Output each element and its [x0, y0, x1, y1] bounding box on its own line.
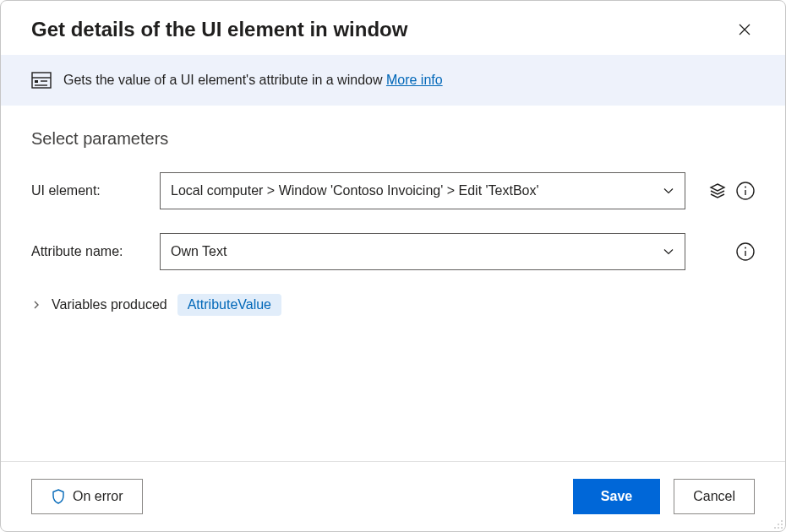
info-bar: Gets the value of a UI element's attribu… — [1, 55, 785, 106]
svg-point-16 — [781, 524, 783, 525]
layers-icon[interactable] — [709, 182, 726, 199]
svg-point-19 — [781, 527, 783, 529]
ui-element-value: Local computer > Window 'Contoso Invoici… — [171, 183, 539, 198]
more-info-link[interactable]: More info — [386, 73, 443, 87]
info-icon[interactable] — [736, 182, 755, 200]
close-icon — [738, 23, 751, 36]
attribute-name-dropdown[interactable]: Own Text — [160, 233, 685, 270]
dialog-header: Get details of the UI element in window — [1, 1, 785, 55]
chevron-down-icon — [663, 185, 674, 197]
close-button[interactable] — [734, 19, 755, 40]
attribute-name-value: Own Text — [171, 244, 227, 259]
ui-element-row: UI element: Local computer > Window 'Con… — [31, 172, 755, 209]
dialog-window: Get details of the UI element in window … — [0, 0, 786, 532]
ui-element-actions — [704, 182, 755, 200]
attribute-name-label: Attribute name: — [31, 244, 150, 259]
ui-element-dropdown[interactable]: Local computer > Window 'Contoso Invoici… — [160, 172, 685, 209]
chevron-down-icon — [663, 246, 674, 258]
chevron-right-icon[interactable] — [31, 300, 41, 310]
info-icon[interactable] — [736, 242, 755, 261]
svg-point-9 — [745, 187, 746, 188]
footer-actions: Save Cancel — [573, 479, 755, 514]
save-button[interactable]: Save — [573, 479, 660, 514]
info-description: Gets the value of a UI element's attribu… — [63, 73, 386, 87]
info-text: Gets the value of a UI element's attribu… — [63, 73, 443, 88]
svg-point-17 — [774, 527, 776, 529]
attribute-name-actions — [704, 242, 755, 261]
parameters-section: Select parameters UI element: Local comp… — [1, 106, 785, 461]
variables-produced-row: Variables produced AttributeValue — [31, 294, 755, 316]
cancel-button[interactable]: Cancel — [674, 479, 755, 514]
dialog-footer: On error Save Cancel — [1, 461, 785, 531]
svg-point-18 — [778, 527, 779, 529]
variables-produced-label: Variables produced — [52, 297, 167, 312]
action-summary-icon — [31, 72, 52, 89]
shield-icon — [51, 489, 66, 504]
svg-rect-4 — [35, 80, 38, 83]
svg-point-14 — [781, 520, 783, 522]
attribute-name-row: Attribute name: Own Text — [31, 233, 755, 270]
resize-grip-icon[interactable] — [772, 518, 783, 529]
section-title: Select parameters — [31, 129, 755, 149]
on-error-button[interactable]: On error — [31, 479, 143, 514]
svg-marker-7 — [711, 184, 724, 191]
dialog-title: Get details of the UI element in window — [31, 18, 407, 41]
svg-point-12 — [745, 247, 746, 249]
ui-element-label: UI element: — [31, 183, 150, 198]
variable-badge[interactable]: AttributeValue — [177, 294, 281, 316]
on-error-label: On error — [73, 489, 123, 504]
svg-point-15 — [778, 524, 779, 525]
